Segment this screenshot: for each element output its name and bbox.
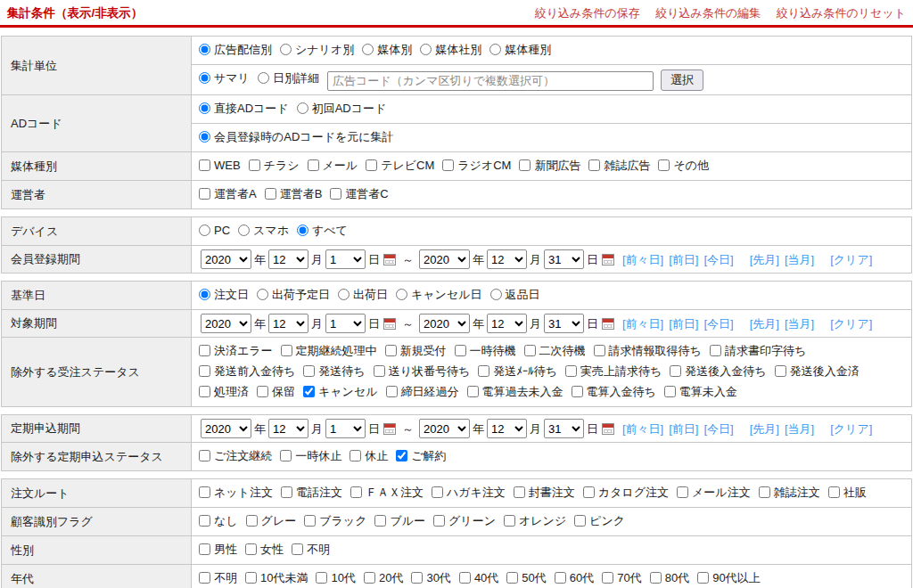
checkbox-input[interactable]: [504, 515, 515, 527]
date-select[interactable]: 31: [544, 419, 584, 438]
checkbox-input[interactable]: [602, 572, 613, 584]
checkbox-option[interactable]: 女性: [245, 540, 284, 559]
page-title-toggle[interactable]: （表示/非表示）: [55, 6, 143, 20]
checkbox-option[interactable]: 処理済: [199, 382, 249, 401]
date-select[interactable]: 2020: [201, 419, 251, 438]
checkbox-option[interactable]: ハガキ注文: [432, 483, 506, 502]
checkbox-option[interactable]: 休止: [350, 446, 388, 465]
date-select[interactable]: 12: [487, 249, 527, 269]
checkbox-input[interactable]: [396, 450, 407, 461]
checkbox-option[interactable]: 不明: [199, 568, 237, 587]
calendar-icon[interactable]: [602, 254, 614, 265]
checkbox-input[interactable]: [199, 572, 210, 584]
checkbox-option[interactable]: 90代以上: [697, 568, 760, 587]
checkbox-input[interactable]: [199, 386, 210, 397]
checkbox-option[interactable]: 決済エラー: [199, 341, 273, 360]
radio-option[interactable]: 会員登録時のADコードを元に集計: [199, 127, 394, 146]
date-shortcut-link[interactable]: [今日]: [703, 317, 733, 331]
date-shortcut-link[interactable]: [当月]: [785, 422, 814, 436]
checkbox-option[interactable]: 実売上請求待ち: [565, 362, 662, 380]
date-shortcut-link[interactable]: [前々日]: [622, 317, 663, 331]
checkbox-option[interactable]: ＦＡＸ注文: [350, 483, 424, 502]
checkbox-option[interactable]: 締日経過分: [386, 382, 459, 401]
calendar-icon[interactable]: [383, 318, 396, 330]
checkbox-input[interactable]: [281, 345, 292, 356]
radio-input[interactable]: [297, 225, 308, 236]
checkbox-input[interactable]: [588, 159, 600, 171]
checkbox-input[interactable]: [386, 386, 398, 397]
checkbox-input[interactable]: [442, 159, 454, 171]
checkbox-input[interactable]: [759, 486, 770, 498]
ad-code-input[interactable]: [327, 71, 654, 91]
date-shortcut-link[interactable]: [前々日]: [622, 253, 663, 266]
date-select[interactable]: 1: [325, 249, 366, 269]
checkbox-input[interactable]: [304, 515, 316, 527]
checkbox-option[interactable]: 一時待機: [455, 341, 516, 360]
checkbox-input[interactable]: [664, 386, 676, 397]
checkbox-option[interactable]: カタログ注文: [583, 483, 669, 502]
checkbox-option[interactable]: ネット注文: [199, 483, 273, 502]
checkbox-option[interactable]: 二次待機: [524, 341, 586, 360]
checkbox-option[interactable]: ご解約: [396, 446, 446, 465]
checkbox-input[interactable]: [292, 543, 303, 555]
checkbox-option[interactable]: 送り状番号待ち: [374, 362, 471, 380]
date-shortcut-link[interactable]: [今日]: [703, 253, 733, 266]
checkbox-input[interactable]: [199, 159, 210, 171]
radio-option[interactable]: 注文日: [199, 285, 249, 304]
date-shortcut-link[interactable]: [当月]: [785, 253, 814, 266]
radio-input[interactable]: [280, 44, 292, 55]
checkbox-option[interactable]: 電算未入金: [664, 382, 737, 401]
checkbox-input[interactable]: [519, 159, 531, 171]
checkbox-input[interactable]: [828, 486, 840, 498]
radio-option[interactable]: 初回ADコード: [297, 99, 387, 118]
radio-input[interactable]: [199, 72, 210, 84]
radio-option[interactable]: 日別詳細: [258, 69, 319, 87]
radio-option[interactable]: 出荷日: [338, 285, 388, 304]
checkbox-input[interactable]: [583, 486, 595, 498]
checkbox-option[interactable]: 発送後入金済: [775, 362, 860, 380]
checkbox-input[interactable]: [364, 572, 375, 584]
checkbox-input[interactable]: [565, 365, 577, 377]
checkbox-input[interactable]: [316, 572, 327, 584]
checkbox-option[interactable]: 請求情報取得待ち: [594, 341, 702, 360]
radio-input[interactable]: [199, 131, 210, 143]
date-shortcut-link[interactable]: [前日]: [669, 422, 698, 436]
checkbox-input[interactable]: [308, 159, 319, 171]
date-select[interactable]: 12: [268, 249, 308, 269]
date-select[interactable]: 2020: [201, 249, 251, 269]
checkbox-input[interactable]: [303, 386, 315, 397]
checkbox-option[interactable]: 不明: [292, 540, 330, 559]
checkbox-input[interactable]: [433, 515, 445, 527]
radio-input[interactable]: [338, 289, 350, 300]
checkbox-input[interactable]: [572, 386, 583, 397]
checkbox-option[interactable]: 発送ﾒｰﾙ待ち: [478, 362, 557, 380]
checkbox-option[interactable]: 定期継続処理中: [281, 341, 377, 360]
checkbox-option[interactable]: 80代: [650, 568, 689, 587]
checkbox-option[interactable]: なし: [199, 511, 238, 530]
checkbox-option[interactable]: 40代: [459, 568, 498, 587]
checkbox-input[interactable]: [245, 572, 257, 584]
checkbox-input[interactable]: [670, 365, 681, 377]
checkbox-option[interactable]: 新規受付: [385, 341, 447, 360]
checkbox-input[interactable]: [574, 515, 586, 527]
checkbox-option[interactable]: 運営者C: [330, 184, 388, 203]
radio-input[interactable]: [199, 44, 210, 55]
date-select[interactable]: 12: [487, 419, 527, 438]
checkbox-option[interactable]: ピンク: [574, 511, 625, 530]
checkbox-option[interactable]: 雑誌広告: [588, 156, 650, 175]
date-select[interactable]: 12: [268, 419, 308, 438]
date-shortcut-link[interactable]: [前日]: [669, 253, 698, 266]
checkbox-option[interactable]: ご注文継続: [199, 446, 272, 465]
checkbox-option[interactable]: WEB: [199, 156, 241, 175]
radio-option[interactable]: 返品日: [490, 285, 540, 304]
reset-filter-link[interactable]: 絞り込み条件のリセット: [777, 6, 906, 20]
radio-input[interactable]: [362, 44, 374, 55]
checkbox-option[interactable]: 雑誌注文: [759, 483, 820, 502]
radio-option[interactable]: シナリオ別: [280, 40, 354, 59]
checkbox-option[interactable]: 一時休止: [280, 446, 341, 465]
checkbox-option[interactable]: 発送前入金待ち: [199, 362, 295, 380]
date-select[interactable]: 31: [544, 249, 584, 269]
radio-input[interactable]: [199, 102, 210, 114]
date-shortcut-link[interactable]: [クリア]: [830, 253, 872, 266]
checkbox-input[interactable]: [467, 386, 479, 397]
